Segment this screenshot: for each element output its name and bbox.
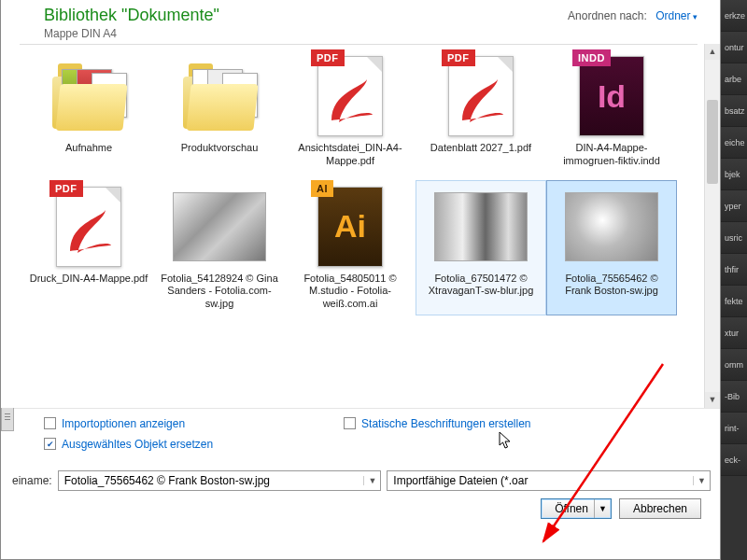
- file-tile[interactable]: Fotolia_75565462 © Frank Boston-sw.jpg: [546, 180, 677, 315]
- file-caption: Fotolia_54128924 © Gina Sanders - Fotoli…: [157, 273, 282, 311]
- panel-tab[interactable]: rint-: [721, 413, 747, 444]
- panel-tab[interactable]: thfir: [721, 254, 747, 286]
- file-caption: Fotolia_67501472 © XtravaganT-sw-blur.jp…: [418, 273, 543, 299]
- file-caption: DIN-A4-Mappe-immogruen-fiktiv.indd: [549, 142, 674, 168]
- file-thumbnail: [565, 185, 658, 269]
- file-caption: Ansichtsdatei_DIN-A4-Mappe.pdf: [288, 142, 413, 168]
- chevron-down-icon[interactable]: ▼: [594, 499, 611, 518]
- panel-tab[interactable]: eck-: [721, 444, 747, 476]
- file-thumbnail: PDF: [303, 54, 397, 138]
- checkbox-replace-selected[interactable]: ✔ Ausgewähltes Objekt ersetzen: [44, 437, 213, 452]
- file-caption: Druck_DIN-A4-Mappe.pdf: [26, 273, 151, 286]
- file-tile[interactable]: Fotolia_54128924 © Gina Sanders - Fotoli…: [154, 180, 285, 315]
- panel-tab[interactable]: bsatz: [721, 95, 747, 127]
- file-thumbnail: [434, 185, 528, 269]
- dialog-bottom: einame: Fotolia_75565462 © Frank Boston-…: [1, 465, 720, 519]
- file-tile[interactable]: Produktvorschau: [154, 49, 285, 173]
- filename-label: einame:: [12, 474, 52, 487]
- app-panel-strip: erkzeonturarbebsatzeichebjekyperusricthf…: [721, 0, 747, 560]
- file-thumbnail: PDF: [434, 54, 528, 138]
- panel-tab[interactable]: erkze: [721, 0, 747, 32]
- file-caption: Fotolia_75565462 © Frank Boston-sw.jpg: [549, 273, 674, 299]
- file-thumbnail: [173, 185, 266, 269]
- file-tile[interactable]: AIAiFotolia_54805011 © M.studio - Fotoli…: [285, 180, 416, 315]
- panel-tab[interactable]: eiche: [721, 127, 747, 159]
- file-type-filter[interactable]: Importfähige Dateien (*.oar ▼: [387, 470, 711, 491]
- file-thumbnail: [173, 54, 266, 138]
- file-thumbnail: AIAi: [303, 185, 397, 269]
- scroll-thumb[interactable]: [707, 100, 718, 184]
- file-caption: Produktvorschau: [157, 142, 282, 155]
- file-list-area: AufnahmeProduktvorschauPDFAnsichtsdatei_…: [1, 44, 720, 408]
- file-thumbnail: [42, 54, 135, 138]
- library-subfolder: Mappe DIN A4: [44, 27, 707, 40]
- arrange-by: Anordnen nach: Ordner: [568, 9, 698, 22]
- panel-tab[interactable]: bjek: [721, 159, 747, 190]
- file-caption: Datenblatt 2027_1.pdf: [418, 142, 543, 155]
- panel-tab[interactable]: omm: [721, 349, 747, 381]
- panel-tab[interactable]: yper: [721, 190, 747, 222]
- file-thumbnail: INDDId: [565, 54, 658, 138]
- panel-tab[interactable]: -Bib: [721, 381, 747, 413]
- checkbox-import-options[interactable]: Importoptionen anzeigen: [44, 416, 213, 431]
- file-caption: Fotolia_54805011 © M.studio - Fotolia-we…: [288, 273, 413, 311]
- panel-tab[interactable]: usric: [721, 222, 747, 254]
- chevron-down-icon[interactable]: ▼: [693, 476, 710, 485]
- scroll-down-icon[interactable]: ▼: [705, 392, 720, 408]
- dialog-header: Bibliothek "Dokumente" Mappe DIN A4 Anor…: [1, 0, 720, 44]
- file-tile[interactable]: PDFDatenblatt 2027_1.pdf: [416, 49, 546, 173]
- file-tile[interactable]: PDFDruck_DIN-A4-Mappe.pdf: [23, 180, 154, 315]
- file-tile[interactable]: Fotolia_67501472 © XtravaganT-sw-blur.jp…: [416, 180, 546, 315]
- panel-tab[interactable]: xtur: [721, 317, 747, 349]
- filename-input[interactable]: Fotolia_75565462 © Frank Boston-sw.jpg ▼: [58, 470, 382, 491]
- arrange-dropdown[interactable]: Ordner: [655, 9, 698, 22]
- scroll-up-icon[interactable]: ▲: [705, 44, 720, 60]
- cancel-button[interactable]: Abbrechen: [619, 498, 701, 519]
- chevron-down-icon[interactable]: ▼: [363, 476, 380, 485]
- open-button[interactable]: Öffnen ▼: [541, 498, 612, 519]
- vertical-scrollbar[interactable]: ▲ ▼: [704, 44, 720, 408]
- panel-tab[interactable]: ontur: [721, 32, 747, 63]
- file-tile[interactable]: PDFAnsichtsdatei_DIN-A4-Mappe.pdf: [285, 49, 416, 173]
- panel-tab[interactable]: fekte: [721, 286, 747, 317]
- checkbox-static-captions[interactable]: Statische Beschriftungen erstellen: [344, 416, 530, 431]
- panel-tab[interactable]: arbe: [721, 63, 747, 95]
- import-options-panel: Importoptionen anzeigen ✔ Ausgewähltes O…: [1, 408, 720, 465]
- file-thumbnail: PDF: [42, 185, 135, 269]
- file-open-dialog: Bibliothek "Dokumente" Mappe DIN A4 Anor…: [0, 0, 721, 560]
- file-tile[interactable]: Aufnahme: [23, 49, 154, 173]
- file-caption: Aufnahme: [26, 142, 151, 155]
- file-tile[interactable]: INDDIdDIN-A4-Mappe-immogruen-fiktiv.indd: [546, 49, 677, 173]
